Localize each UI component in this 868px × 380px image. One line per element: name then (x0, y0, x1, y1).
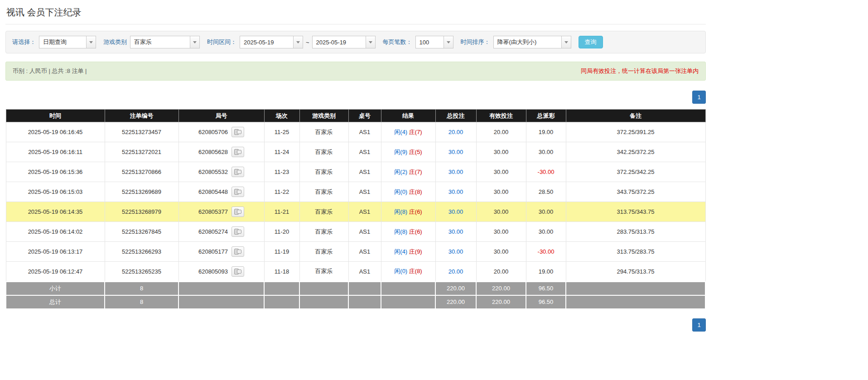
chevron-down-icon[interactable] (190, 36, 200, 48)
result-banker: 庄(6) (409, 228, 422, 235)
round-result-detail-button[interactable] (231, 226, 244, 237)
summary-valid-bet: 220.00 (476, 282, 526, 295)
summary-payout: 96.50 (526, 295, 566, 309)
summary-row: 小计8220.00220.0096.50 (6, 282, 705, 295)
page-size-input[interactable] (415, 36, 444, 48)
total-bet-link[interactable]: 30.00 (448, 188, 463, 195)
total-bet-cell: 30.00 (435, 242, 476, 262)
date-from-input[interactable] (240, 36, 293, 48)
result-cell: 闲(2) 庄(7) (381, 162, 435, 182)
session-cell: 11-25 (264, 122, 299, 142)
table-row: 2025-05-19 06:15:03522513269689620805448… (6, 182, 705, 202)
select-type-input[interactable] (39, 36, 86, 48)
table-no-cell: AS1 (348, 242, 381, 262)
date-range-label: 时间区间： (207, 38, 236, 46)
total-bet-link[interactable]: 30.00 (448, 248, 463, 255)
summary-empty-cell (264, 295, 299, 309)
select-type-label: 请选择： (12, 38, 36, 46)
summary-label: 总计 (6, 295, 105, 309)
summary-total-bet: 220.00 (435, 282, 476, 295)
table-no-cell: AS1 (348, 262, 381, 282)
round-result-detail-button[interactable] (231, 187, 244, 197)
session-cell: 11-18 (264, 262, 299, 282)
valid-bet-cell: 20.00 (476, 262, 526, 282)
column-header: 有效投注 (476, 110, 526, 122)
filter-group-select: 请选择： (12, 36, 96, 48)
round-result-detail-button[interactable] (231, 207, 244, 217)
query-button[interactable]: 查询 (579, 36, 603, 48)
game-type-cell: 百家乐 (299, 242, 348, 262)
total-bet-cell: 30.00 (435, 182, 476, 202)
remark-cell: 342.25/372.25 (566, 142, 705, 162)
table-row: 2025-05-19 06:12:47522513265235620805093… (6, 262, 705, 282)
remark-cell: 313.75/343.75 (566, 202, 705, 222)
round-cell: 620805532 (178, 162, 264, 182)
game-type-input[interactable] (130, 36, 190, 48)
pagination-page-button[interactable]: 1 (692, 318, 706, 332)
remark-cell: 313.75/283.75 (566, 242, 705, 262)
summary-empty-cell (178, 295, 264, 309)
remark-cell: 343.75/372.25 (566, 182, 705, 202)
cards-icon (234, 249, 241, 255)
payout-cell: 28.50 (526, 182, 566, 202)
bet-records-table: 时间注单编号局号场次游戏类别桌号结果总投注有效投注总派彩备注 2025-05-1… (5, 109, 706, 309)
result-cell: 闲(9) 庄(5) (381, 142, 435, 162)
round-id-wrap: 620805532 (198, 167, 244, 177)
pagination-top: 1 (5, 91, 706, 104)
valid-bet-cell: 30.00 (476, 202, 526, 222)
summary-count: 8 (105, 295, 178, 309)
date-to-input[interactable] (312, 36, 366, 48)
result-player: 闲(4) (394, 129, 407, 135)
round-result-detail-button[interactable] (231, 147, 244, 157)
round-result-detail-button[interactable] (231, 127, 244, 137)
round-id: 620805628 (198, 149, 228, 155)
chevron-down-icon[interactable] (86, 36, 96, 48)
page-size-label: 每页笔数： (383, 38, 412, 46)
total-bet-link[interactable]: 20.00 (448, 268, 463, 275)
time-sort-input[interactable] (493, 36, 561, 48)
table-row: 2025-05-19 06:14:35522513268979620805377… (6, 202, 705, 222)
round-id: 620805706 (198, 129, 228, 135)
chevron-down-icon[interactable] (444, 36, 453, 48)
total-bet-link[interactable]: 30.00 (448, 149, 463, 155)
round-id: 620805177 (198, 248, 228, 255)
time-cell: 2025-05-19 06:13:17 (6, 242, 105, 262)
summary-empty-cell (299, 282, 348, 295)
payout-cell: 30.00 (526, 142, 566, 162)
game-type-cell: 百家乐 (299, 222, 348, 242)
pagination-page-button[interactable]: 1 (692, 91, 706, 104)
session-cell: 11-23 (264, 162, 299, 182)
time-cell: 2025-05-19 06:15:36 (6, 162, 105, 182)
time-cell: 2025-05-19 06:16:11 (6, 142, 105, 162)
payout-cell: -30.00 (526, 242, 566, 262)
result-cell: 闲(4) 庄(7) (381, 122, 435, 142)
bet-id-cell: 522513272021 (105, 142, 178, 162)
bet-id-cell: 522513265235 (105, 262, 178, 282)
bet-id-cell: 522513266293 (105, 242, 178, 262)
summary-empty-cell (348, 282, 381, 295)
round-result-detail-button[interactable] (231, 246, 244, 257)
cards-icon (234, 269, 241, 274)
table-no-cell: AS1 (348, 222, 381, 242)
round-result-detail-button[interactable] (231, 167, 244, 177)
total-bet-link[interactable]: 30.00 (448, 208, 463, 215)
round-result-detail-button[interactable] (231, 266, 244, 277)
column-header: 游戏类别 (299, 110, 348, 122)
session-cell: 11-20 (264, 222, 299, 242)
round-id-wrap: 620805177 (198, 246, 244, 257)
summary-empty-cell (566, 295, 705, 309)
pagination-bottom: 1 (5, 318, 706, 332)
chevron-down-icon[interactable] (293, 36, 303, 48)
total-bet-link[interactable]: 30.00 (448, 168, 463, 175)
result-player: 闲(2) (394, 168, 407, 175)
chevron-down-icon[interactable] (561, 36, 571, 48)
column-header: 局号 (178, 110, 264, 122)
total-bet-link[interactable]: 30.00 (448, 228, 463, 235)
total-bet-link[interactable]: 20.00 (448, 129, 463, 135)
table-header-row: 时间注单编号局号场次游戏类别桌号结果总投注有效投注总派彩备注 (6, 110, 705, 122)
chevron-down-icon[interactable] (366, 36, 376, 48)
summary-payout: 96.50 (526, 282, 566, 295)
summary-empty-cell (381, 282, 435, 295)
round-id: 620805377 (198, 208, 228, 215)
game-type-cell: 百家乐 (299, 262, 348, 282)
